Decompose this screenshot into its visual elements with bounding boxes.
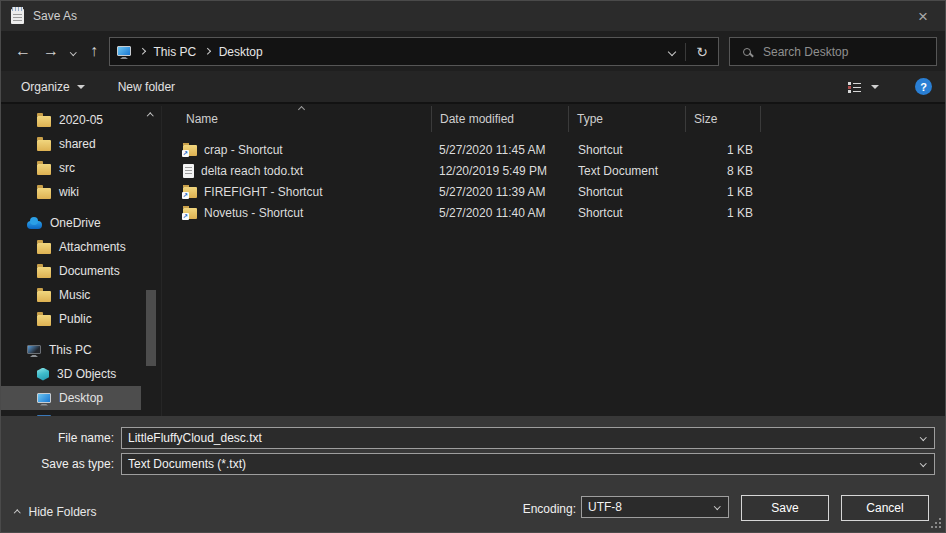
navigation-pane: 2020-05 shared src wiki: [1, 106, 161, 416]
sidebar-item-label: src: [59, 161, 75, 175]
file-type: Shortcut: [569, 206, 686, 220]
chevron-down-icon[interactable]: [714, 503, 720, 509]
search-input[interactable]: [761, 44, 921, 60]
file-name: delta reach todo.txt: [201, 164, 303, 178]
sidebar-item-icon: [37, 140, 51, 151]
resize-grip[interactable]: [931, 518, 941, 528]
title-bar[interactable]: Save As ×: [1, 1, 945, 31]
file-row-delta-reach-todo-txt[interactable]: delta reach todo.txt 12/20/2019 5:49 PM …: [166, 160, 945, 181]
details-view-icon[interactable]: [848, 81, 862, 93]
sidebar-item-attachments[interactable]: Attachments: [1, 235, 141, 259]
sidebar-item-label: Public: [59, 312, 92, 326]
file-name-combo[interactable]: [121, 427, 935, 449]
hide-folders-button[interactable]: Hide Folders: [15, 505, 97, 519]
file-row-novetus-shortcut[interactable]: Novetus - Shortcut 5/27/2020 11:40 AM Sh…: [166, 202, 945, 223]
breadcrumb-this-pc[interactable]: This PC: [154, 45, 197, 59]
sort-ascending-icon: [297, 106, 304, 113]
column-header-type[interactable]: Type: [569, 106, 686, 132]
sidebar-scrollbar[interactable]: [145, 106, 157, 416]
search-icon: [743, 48, 751, 56]
save-button[interactable]: Save: [741, 495, 829, 521]
file-icon: [183, 208, 197, 219]
file-name-input[interactable]: [128, 431, 934, 445]
sidebar-item-icon: [37, 368, 49, 381]
cancel-button[interactable]: Cancel: [841, 495, 929, 521]
forward-button[interactable]: →: [37, 37, 65, 65]
file-name: Novetus - Shortcut: [204, 206, 303, 220]
file-size: 1 KB: [686, 143, 761, 157]
column-header-size[interactable]: Size: [686, 106, 761, 132]
address-bar[interactable]: This PC Desktop ↻: [109, 37, 719, 66]
search-box[interactable]: [729, 37, 937, 66]
sidebar-item-icon: [37, 243, 51, 254]
breadcrumb-separator-icon: [204, 48, 210, 54]
window-title: Save As: [33, 9, 77, 23]
sidebar-item-shared[interactable]: shared: [1, 132, 141, 156]
sidebar-item-3d-objects[interactable]: 3D Objects: [1, 362, 141, 386]
close-icon[interactable]: ×: [901, 1, 945, 31]
sidebar-item-label: OneDrive: [50, 216, 101, 230]
sidebar-item-wiki[interactable]: wiki: [1, 180, 141, 204]
sidebar-item-label: shared: [59, 137, 96, 151]
file-icon: [183, 187, 197, 198]
sidebar-item-label: 2020-05: [59, 113, 103, 127]
chevron-down-icon[interactable]: [920, 460, 926, 466]
breadcrumb-desktop[interactable]: Desktop: [219, 45, 263, 59]
address-dropdown-icon[interactable]: [659, 38, 685, 65]
sidebar-item-music[interactable]: Music: [1, 283, 141, 307]
back-button[interactable]: ←: [9, 37, 37, 65]
notepad-app-icon: [11, 9, 24, 24]
encoding-select[interactable]: UTF-8: [581, 496, 729, 518]
encoding-value: UTF-8: [588, 500, 622, 514]
sidebar-item-icon: [27, 221, 42, 229]
sidebar-item-icon: [37, 188, 51, 199]
desktop-location-icon: [117, 46, 131, 56]
save-as-type-value: Text Documents (*.txt): [128, 457, 246, 471]
view-dropdown-icon[interactable]: [871, 85, 879, 89]
refresh-icon[interactable]: ↻: [686, 38, 718, 65]
navigation-bar: ← → ↑ This PC Desktop ↻: [1, 31, 945, 71]
file-name-label: File name:: [1, 431, 121, 445]
sidebar-item-label: Attachments: [59, 240, 126, 254]
file-row-crap-shortcut[interactable]: crap - Shortcut 5/27/2020 11:45 AM Short…: [166, 139, 945, 160]
save-as-type-select[interactable]: Text Documents (*.txt): [121, 453, 935, 475]
organize-button[interactable]: Organize: [21, 80, 85, 94]
scroll-up-icon[interactable]: [147, 113, 153, 119]
sidebar-item-label: 3D Objects: [57, 367, 116, 381]
file-size: 8 KB: [686, 164, 761, 178]
main-area: 2020-05 shared src wiki: [1, 106, 945, 416]
sidebar-item-icon: [27, 345, 41, 354]
sidebar-item-icon: [37, 116, 51, 127]
file-type: Text Document: [569, 164, 686, 178]
scrollbar-thumb[interactable]: [146, 290, 156, 366]
command-toolbar: Organize New folder ?: [1, 71, 945, 104]
bottom-panel: File name: Save as type: Text Documents …: [1, 416, 945, 532]
column-header-date-modified[interactable]: Date modified: [432, 106, 569, 132]
file-row-firefight-shortcut[interactable]: FIREFIGHT - Shortcut 5/27/2020 11:39 AM …: [166, 181, 945, 202]
history-dropdown-icon[interactable]: [65, 38, 81, 66]
sidebar-item-onedrive[interactable]: OneDrive: [1, 211, 141, 235]
column-header-name[interactable]: Name: [166, 106, 432, 132]
column-headers: Name Date modified Type Size: [166, 106, 945, 132]
sidebar-item-icon: [37, 267, 51, 278]
file-date-modified: 12/20/2019 5:49 PM: [432, 164, 569, 178]
sidebar-item-icon: [37, 393, 51, 403]
sidebar-item-src[interactable]: src: [1, 156, 141, 180]
sidebar-item-desktop[interactable]: Desktop: [1, 386, 141, 410]
up-button[interactable]: ↑: [81, 37, 107, 65]
file-type: Shortcut: [569, 185, 686, 199]
file-icon: [183, 145, 197, 156]
sidebar-item-public[interactable]: Public: [1, 307, 141, 331]
sidebar-item-label: Music: [59, 288, 90, 302]
sidebar-item-this-pc[interactable]: This PC: [1, 338, 141, 362]
new-folder-button[interactable]: New folder: [118, 80, 175, 94]
help-icon[interactable]: ?: [915, 78, 932, 95]
file-size: 1 KB: [686, 206, 761, 220]
sidebar-item-icon: [37, 164, 51, 175]
sidebar-item-documents[interactable]: Documents: [1, 259, 141, 283]
file-list: Name Date modified Type Size crap - Shor…: [166, 106, 945, 416]
file-date-modified: 5/27/2020 11:40 AM: [432, 206, 569, 220]
save-as-dialog: Save As × ← → ↑ This PC Desktop ↻: [0, 0, 946, 533]
sidebar-item-2020-05[interactable]: 2020-05: [1, 108, 141, 132]
save-as-type-label: Save as type:: [1, 457, 121, 471]
